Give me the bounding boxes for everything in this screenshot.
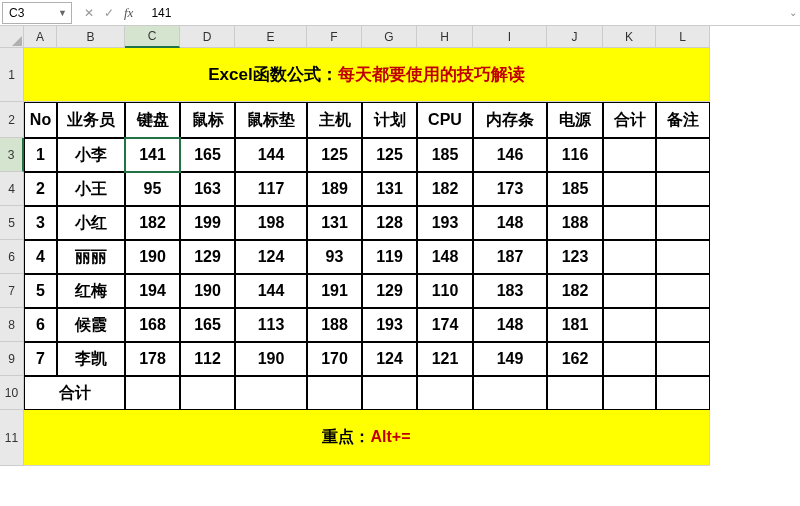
header-cell-D[interactable]: 鼠标 (180, 102, 235, 138)
cell-name-7[interactable]: 李凯 (57, 342, 125, 376)
cell-C8[interactable]: 168 (125, 308, 180, 342)
cell-K7[interactable] (603, 274, 656, 308)
cell-G6[interactable]: 119 (362, 240, 417, 274)
chevron-down-icon[interactable]: ▼ (58, 8, 67, 18)
cell-H6[interactable]: 148 (417, 240, 473, 274)
cell-name-1[interactable]: 小李 (57, 138, 125, 172)
cell-F5[interactable]: 131 (307, 206, 362, 240)
cell-I3[interactable]: 146 (473, 138, 547, 172)
cell-J4[interactable]: 185 (547, 172, 603, 206)
cell-G7[interactable]: 129 (362, 274, 417, 308)
cell-C10[interactable] (125, 376, 180, 410)
col-header-H[interactable]: H (417, 26, 473, 48)
cell-name-4[interactable]: 丽丽 (57, 240, 125, 274)
cell-no-4[interactable]: 4 (24, 240, 57, 274)
cell-H4[interactable]: 182 (417, 172, 473, 206)
cell-D4[interactable]: 163 (180, 172, 235, 206)
cell-name-2[interactable]: 小王 (57, 172, 125, 206)
cell-F9[interactable]: 170 (307, 342, 362, 376)
cell-name-5[interactable]: 红梅 (57, 274, 125, 308)
col-header-C[interactable]: C (125, 26, 180, 48)
header-cell-L[interactable]: 备注 (656, 102, 710, 138)
row-header-8[interactable]: 8 (0, 308, 24, 342)
select-all-corner[interactable] (0, 26, 24, 48)
col-header-E[interactable]: E (235, 26, 307, 48)
row-header-7[interactable]: 7 (0, 274, 24, 308)
header-cell-E[interactable]: 鼠标垫 (235, 102, 307, 138)
col-header-A[interactable]: A (24, 26, 57, 48)
row-header-4[interactable]: 4 (0, 172, 24, 206)
header-cell-F[interactable]: 主机 (307, 102, 362, 138)
cell-C3[interactable]: 141 (125, 138, 180, 172)
check-icon[interactable]: ✓ (104, 6, 114, 20)
cell-F3[interactable]: 125 (307, 138, 362, 172)
cell-G10[interactable] (362, 376, 417, 410)
cell-C4[interactable]: 95 (125, 172, 180, 206)
cell-D7[interactable]: 190 (180, 274, 235, 308)
cell-I7[interactable]: 183 (473, 274, 547, 308)
cell-F8[interactable]: 188 (307, 308, 362, 342)
cell-no-7[interactable]: 7 (24, 342, 57, 376)
fx-icon[interactable]: fx (124, 5, 133, 21)
cell-L4[interactable] (656, 172, 710, 206)
header-cell-I[interactable]: 内存条 (473, 102, 547, 138)
header-cell-G[interactable]: 计划 (362, 102, 417, 138)
cell-E6[interactable]: 124 (235, 240, 307, 274)
cell-H10[interactable] (417, 376, 473, 410)
col-header-J[interactable]: J (547, 26, 603, 48)
row-header-10[interactable]: 10 (0, 376, 24, 410)
cell-E3[interactable]: 144 (235, 138, 307, 172)
cell-G5[interactable]: 128 (362, 206, 417, 240)
cell-I8[interactable]: 148 (473, 308, 547, 342)
cell-D3[interactable]: 165 (180, 138, 235, 172)
cell-H3[interactable]: 185 (417, 138, 473, 172)
formula-input[interactable]: 141 (145, 2, 786, 24)
cell-G9[interactable]: 124 (362, 342, 417, 376)
cell-K3[interactable] (603, 138, 656, 172)
cell-I4[interactable]: 173 (473, 172, 547, 206)
cell-E7[interactable]: 144 (235, 274, 307, 308)
cell-L5[interactable] (656, 206, 710, 240)
cell-C7[interactable]: 194 (125, 274, 180, 308)
col-header-L[interactable]: L (656, 26, 710, 48)
header-cell-A[interactable]: No (24, 102, 57, 138)
footer-cell[interactable]: 重点：Alt+= (24, 410, 710, 466)
col-header-G[interactable]: G (362, 26, 417, 48)
cell-J9[interactable]: 162 (547, 342, 603, 376)
cell-K8[interactable] (603, 308, 656, 342)
cell-E10[interactable] (235, 376, 307, 410)
col-header-K[interactable]: K (603, 26, 656, 48)
cell-D8[interactable]: 165 (180, 308, 235, 342)
cell-C5[interactable]: 182 (125, 206, 180, 240)
cell-C9[interactable]: 178 (125, 342, 180, 376)
cell-D10[interactable] (180, 376, 235, 410)
cell-H9[interactable]: 121 (417, 342, 473, 376)
cell-E8[interactable]: 113 (235, 308, 307, 342)
row-header-1[interactable]: 1 (0, 48, 24, 102)
cell-L10[interactable] (656, 376, 710, 410)
row-header-9[interactable]: 9 (0, 342, 24, 376)
row-header-11[interactable]: 11 (0, 410, 24, 466)
cell-H7[interactable]: 110 (417, 274, 473, 308)
cell-I10[interactable] (473, 376, 547, 410)
cell-I6[interactable]: 187 (473, 240, 547, 274)
cell-F4[interactable]: 189 (307, 172, 362, 206)
cell-I9[interactable]: 149 (473, 342, 547, 376)
cell-D5[interactable]: 199 (180, 206, 235, 240)
cell-L3[interactable] (656, 138, 710, 172)
cell-name-3[interactable]: 小红 (57, 206, 125, 240)
cell-K9[interactable] (603, 342, 656, 376)
cell-K6[interactable] (603, 240, 656, 274)
cell-J5[interactable]: 188 (547, 206, 603, 240)
cell-no-3[interactable]: 3 (24, 206, 57, 240)
row-header-6[interactable]: 6 (0, 240, 24, 274)
cell-L6[interactable] (656, 240, 710, 274)
cell-J6[interactable]: 123 (547, 240, 603, 274)
cell-F10[interactable] (307, 376, 362, 410)
cell-no-1[interactable]: 1 (24, 138, 57, 172)
cell-K4[interactable] (603, 172, 656, 206)
cell-I5[interactable]: 148 (473, 206, 547, 240)
cell-J10[interactable] (547, 376, 603, 410)
cell-F7[interactable]: 191 (307, 274, 362, 308)
cell-E4[interactable]: 117 (235, 172, 307, 206)
